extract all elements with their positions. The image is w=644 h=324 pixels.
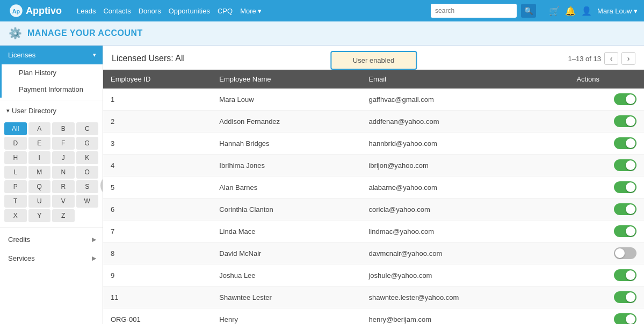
col-email: Email	[361, 70, 569, 89]
divider-2	[0, 227, 103, 228]
letter-btn-c[interactable]: C	[76, 122, 99, 135]
credits-item[interactable]: Credits ▶	[2, 230, 103, 249]
letter-btn-b[interactable]: B	[52, 122, 75, 135]
letter-btn-g[interactable]: G	[76, 137, 99, 150]
letter-btn-s[interactable]: S	[76, 180, 99, 193]
bell-icon[interactable]: 🔔	[565, 6, 576, 16]
table-row: 5Alan Barnesalabarne@yahoo.com	[103, 176, 644, 198]
letter-btn-y[interactable]: Y	[28, 209, 51, 222]
letter-btn-u[interactable]: U	[28, 195, 51, 208]
letter-btn-r[interactable]: R	[52, 180, 75, 193]
toggle-container	[576, 203, 636, 215]
user-dir-arrow: ▾	[6, 107, 10, 114]
cell-employee-name: Mara Louw	[212, 89, 361, 111]
user-icon[interactable]: 👤	[581, 6, 592, 16]
letter-btn-k[interactable]: K	[76, 151, 99, 164]
cell-employee-name: Corinthia Clanton	[212, 198, 361, 220]
letter-btn-t[interactable]: T	[4, 195, 27, 208]
nav-opportunities[interactable]: Opportunities	[169, 7, 210, 15]
user-directory-item[interactable]: ▾ User Directory	[0, 102, 103, 119]
licenses-section: Licenses ▾ Plan History Payment Informat…	[0, 46, 103, 98]
logo: Ap Apptivo	[6, 3, 68, 18]
table-row: 1Mara Louwgaffhvac@gmail.com	[103, 89, 644, 111]
letter-btn-q[interactable]: Q	[28, 180, 51, 193]
cell-email: lindmac@yahoo.com	[361, 220, 569, 242]
cell-email: shawntee.lester@yahoo.com	[361, 286, 569, 308]
letter-btn-a[interactable]: A	[28, 122, 51, 135]
search-input[interactable]	[431, 4, 517, 18]
cell-actions	[569, 286, 644, 308]
nav-leads[interactable]: Leads	[77, 7, 96, 15]
toggle-knob	[626, 314, 635, 324]
toggle-4[interactable]	[614, 159, 636, 171]
toggle-7[interactable]	[614, 225, 636, 237]
table-body: 1Mara Louwgaffhvac@gmail.com2Addison Fer…	[103, 89, 644, 324]
pagination-next[interactable]: ›	[621, 52, 635, 65]
toggle-5[interactable]	[614, 181, 636, 193]
toggle-3[interactable]	[614, 137, 636, 149]
toggle-knob	[626, 226, 635, 236]
toggle-11[interactable]	[614, 291, 636, 303]
letter-btn-all[interactable]: All	[4, 122, 27, 135]
cell-employee-name: Linda Mace	[212, 220, 361, 242]
nav-more[interactable]: More ▾	[240, 7, 262, 15]
nav-cpq[interactable]: CPQ	[218, 7, 233, 15]
cell-actions	[569, 89, 644, 111]
toggle-knob	[626, 270, 635, 280]
cell-employee-id: 7	[103, 220, 212, 242]
toggle-knob	[626, 116, 635, 126]
table-row: 4Ibrihima Jonesibrijon@yahoo.com	[103, 154, 644, 176]
main-layout: Licenses ▾ Plan History Payment Informat…	[0, 46, 644, 324]
cell-email: addfenan@yahoo.com	[361, 111, 569, 132]
toggle-6[interactable]	[614, 203, 636, 215]
letter-btn-h[interactable]: H	[4, 151, 27, 164]
plan-history-item[interactable]: Plan History	[12, 64, 103, 81]
letter-btn-v[interactable]: V	[52, 195, 75, 208]
letter-btn-n[interactable]: N	[52, 166, 75, 179]
letter-btn-e[interactable]: E	[28, 137, 51, 150]
toggle-container	[576, 137, 636, 149]
toggle-2[interactable]	[614, 115, 636, 127]
nav-contacts[interactable]: Contacts	[103, 7, 131, 15]
licenses-item[interactable]: Licenses ▾	[2, 46, 103, 64]
letter-btn-l[interactable]: L	[4, 166, 27, 179]
letter-btn-p[interactable]: P	[4, 180, 27, 193]
cell-employee-name: David McNair	[212, 242, 361, 264]
table-row: 7Linda Macelindmac@yahoo.com	[103, 220, 644, 242]
letter-btn-d[interactable]: D	[4, 137, 27, 150]
payment-info-item[interactable]: Payment Information	[12, 81, 103, 98]
cart-icon[interactable]: 🛒	[549, 6, 560, 16]
cell-employee-id: 5	[103, 176, 212, 198]
cell-employee-name: Addison Fernandez	[212, 111, 361, 132]
cell-employee-id: 2	[103, 111, 212, 132]
letter-btn-f[interactable]: F	[52, 137, 75, 150]
table-header-row: Employee ID Employee Name Email Actions	[103, 70, 644, 89]
credits-arrow: ▶	[92, 236, 96, 243]
letter-btn-w[interactable]: W	[76, 195, 99, 208]
letter-btn-i[interactable]: I	[28, 151, 51, 164]
toggle-1[interactable]	[614, 93, 636, 105]
services-item[interactable]: Services ▶	[2, 249, 103, 268]
toggle-9[interactable]	[614, 269, 636, 281]
nav-donors[interactable]: Donors	[139, 7, 161, 15]
letter-grid: AllABCDEFGHIJKLMNOPQRSTUVWXYZ	[0, 119, 103, 225]
toggle-ORG-001[interactable]	[614, 313, 636, 324]
pagination-prev[interactable]: ‹	[604, 52, 618, 65]
table-row: 3Hannah Bridgeshannbrid@yahoo.com	[103, 132, 644, 154]
letter-btn-o[interactable]: O	[76, 166, 99, 179]
table-row: 9Joshua Leejoshule@yahoo.com	[103, 264, 644, 286]
cell-actions	[569, 154, 644, 176]
pagination-info: 1–13 of 13	[568, 55, 601, 63]
cell-email: ibrijon@yahoo.com	[361, 154, 569, 176]
user-menu[interactable]: Mara Louw ▾	[597, 7, 638, 15]
toggle-container	[576, 291, 636, 303]
search-button[interactable]: 🔍	[521, 4, 536, 18]
letter-btn-z[interactable]: Z	[52, 209, 75, 222]
cell-email: coricla@yahoo.com	[361, 198, 569, 220]
cell-actions	[569, 264, 644, 286]
toggle-container	[576, 159, 636, 171]
letter-btn-x[interactable]: X	[4, 209, 27, 222]
toggle-8[interactable]	[614, 247, 636, 259]
letter-btn-m[interactable]: M	[28, 166, 51, 179]
letter-btn-j[interactable]: J	[52, 151, 75, 164]
